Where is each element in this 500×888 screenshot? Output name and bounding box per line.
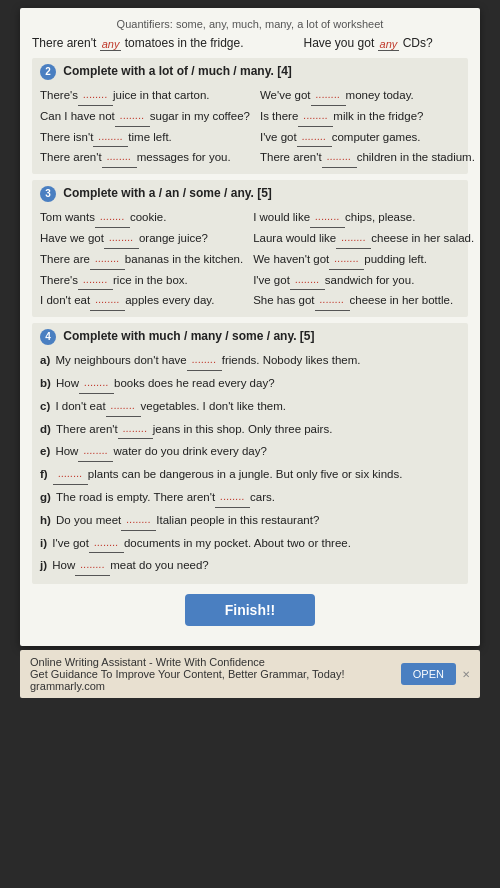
intro-blank1: any	[100, 38, 122, 51]
ad-close-button[interactable]: ✕	[462, 669, 470, 680]
sentence-blank: ........	[90, 290, 125, 311]
sentence-pre: I don't eat	[55, 400, 105, 412]
sentence-line: There's........juice in that carton.	[40, 85, 250, 106]
intro-line1: There aren't any tomatoes in the fridge.	[32, 36, 244, 50]
sentence-post: vegetables. I don't like them.	[141, 400, 286, 412]
sentence-pre: I've got	[260, 131, 297, 143]
sentence-post: computer games.	[332, 131, 421, 143]
sentence-line: I would like........chips, please.	[253, 207, 474, 228]
section4-header-text: Complete with much / many / some / any. …	[63, 329, 314, 343]
sentence-line: We haven't got........pudding left.	[253, 249, 474, 270]
sentence-post: water do you drink every day?	[113, 445, 266, 457]
sentence-post: cheese in her bottle.	[350, 294, 454, 306]
sentence-blank: ........	[104, 228, 139, 249]
section2-grid: There's........juice in that carton.Can …	[40, 85, 460, 168]
sentence-letter: b)	[40, 377, 54, 389]
ad-banner: Online Writing Assistant - Write With Co…	[20, 650, 480, 698]
sentence-blank: ........	[290, 270, 325, 291]
sentence-pre: There aren't	[40, 152, 102, 164]
sentence-pre: There aren't	[56, 423, 118, 435]
sentence-pre: Have we got	[40, 232, 104, 244]
sentence-pre: How	[52, 559, 75, 571]
sentence-line: b) How........books does he read every d…	[40, 373, 460, 394]
sentence-blank: ........	[297, 127, 332, 148]
intro-blank2: any	[378, 38, 400, 51]
sentence-pre: Laura would like	[253, 232, 336, 244]
ad-title: Online Writing Assistant - Write With Co…	[30, 656, 401, 668]
sentence-pre: Can I have not	[40, 110, 115, 122]
sentence-blank: ........	[311, 85, 346, 106]
section3-right: I would like........chips, please.Laura …	[253, 207, 474, 311]
sentence-pre: Is there	[260, 110, 298, 122]
sentence-blank: ........	[78, 85, 113, 106]
section3-grid: Tom wants........cookie.Have we got.....…	[40, 207, 460, 311]
sentence-post: sandwich for you.	[325, 274, 415, 286]
sentence-blank: ........	[310, 207, 345, 228]
sentence-pre: There are	[40, 253, 90, 265]
sentence-line: c) I don't eat........vegetables. I don'…	[40, 396, 460, 417]
sentence-blank: ........	[115, 106, 150, 127]
section3-header-text: Complete with a / an / some / any. [5]	[63, 186, 272, 200]
sentence-line: a) My neighbours don't have........frien…	[40, 350, 460, 371]
sentence-pre: I've got	[253, 274, 290, 286]
sentence-letter: e)	[40, 445, 53, 457]
section3-left: Tom wants........cookie.Have we got.....…	[40, 207, 243, 311]
sentence-blank: ........	[78, 270, 113, 291]
sentence-line: Can I have not........sugar in my coffee…	[40, 106, 250, 127]
sentence-line: j) How........meat do you need?	[40, 555, 460, 576]
sentence-letter: i)	[40, 537, 50, 549]
intro-line2: Have you got any CDs?	[304, 36, 433, 50]
sentence-pre: I would like	[253, 211, 310, 223]
sentence-post: orange juice?	[139, 232, 208, 244]
intro-line1-post: tomatoes in the fridge.	[125, 36, 244, 50]
sentence-post: juice in that carton.	[113, 89, 210, 101]
ad-subtitle: Get Guidance To Improve Your Content, Be…	[30, 668, 401, 692]
sentence-pre: We haven't got	[253, 253, 329, 265]
sentence-blank: ........	[102, 147, 137, 168]
sentence-line: h) Do you meet........Italian people in …	[40, 510, 460, 531]
sentence-line: There are........bananas in the kitchen.	[40, 249, 243, 270]
sentence-blank: ........	[79, 373, 114, 394]
sentence-blank: ........	[118, 419, 153, 440]
sentence-line: i) I've got........documents in my pocke…	[40, 533, 460, 554]
sentence-post: apples every day.	[125, 294, 214, 306]
sentence-line: There aren't........messages for you.	[40, 147, 250, 168]
ad-actions: OPEN ✕	[401, 663, 470, 685]
sentence-post: cheese in her salad.	[371, 232, 474, 244]
sentence-line: g) The road is empty. There aren't......…	[40, 487, 460, 508]
sentence-pre: How	[56, 377, 79, 389]
sentence-line: Tom wants........cookie.	[40, 207, 243, 228]
section2-num: 2	[40, 64, 56, 80]
section2-header: 2 Complete with a lot of / much / many. …	[40, 64, 460, 80]
sentence-post: money today.	[346, 89, 414, 101]
worksheet: Quantifiers: some, any, much, many, a lo…	[20, 8, 480, 646]
sentence-pre: There's	[40, 89, 78, 101]
sentence-post: cars.	[250, 491, 275, 503]
sentence-post: pudding left.	[364, 253, 427, 265]
sentence-line: Laura would like........cheese in her sa…	[253, 228, 474, 249]
section2-header-text: Complete with a lot of / much / many. [4…	[63, 64, 291, 78]
sentence-post: friends. Nobody likes them.	[222, 354, 361, 366]
sentence-post: time left.	[128, 131, 171, 143]
finish-button[interactable]: Finish!!	[185, 594, 316, 626]
ad-open-button[interactable]: OPEN	[401, 663, 456, 685]
sentence-blank: ........	[315, 290, 350, 311]
intro-section: There aren't any tomatoes in the fridge.…	[32, 36, 468, 50]
sentence-post: bananas in the kitchen.	[125, 253, 243, 265]
sentence-pre: There's	[40, 274, 78, 286]
sentence-blank: ........	[322, 147, 357, 168]
sentence-pre: How	[55, 445, 78, 457]
sentence-blank: ........	[336, 228, 371, 249]
sentence-post: milk in the fridge?	[333, 110, 423, 122]
sentence-letter: g)	[40, 491, 54, 503]
intro-line2-pre: Have you got	[304, 36, 375, 50]
sentence-post: jeans in this shop. Only three pairs.	[153, 423, 333, 435]
section2: 2 Complete with a lot of / much / many. …	[32, 58, 468, 174]
sentence-pre: Do you meet	[56, 514, 121, 526]
sentence-letter: f)	[40, 468, 51, 480]
sentence-blank: ........	[89, 533, 124, 554]
sentence-line: There isn't........time left.	[40, 127, 250, 148]
sentence-blank: ........	[95, 207, 130, 228]
sentence-blank: ........	[187, 350, 222, 371]
sentence-line: I don't eat........apples every day.	[40, 290, 243, 311]
